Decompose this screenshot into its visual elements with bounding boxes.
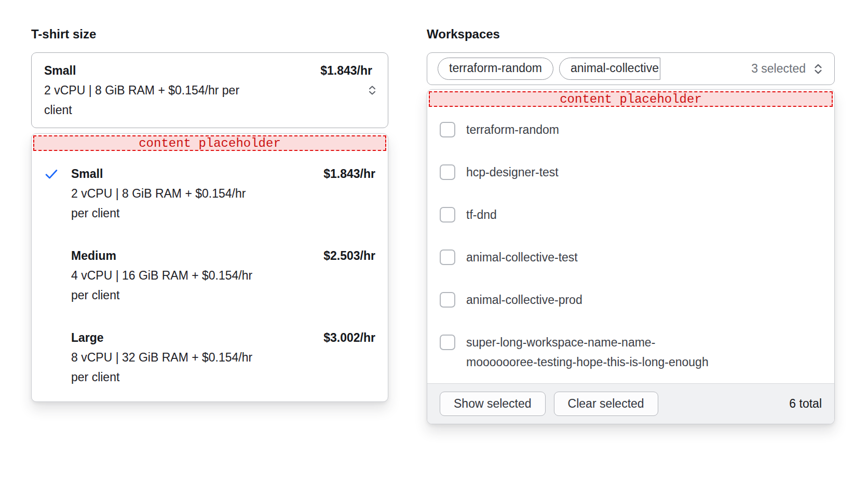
size-option-large[interactable]: Large $3.002/hr 8 vCPU | 32 GiB RAM + $0… (32, 316, 388, 398)
workspaces-dropdown: content placeholder terraform-random hcp… (427, 89, 835, 424)
option-title: Small (71, 164, 103, 184)
workspaces-field: Workspaces terraform-random animal-colle… (427, 27, 835, 424)
workspaces-list: terraform-random hcp-designer-test tf-dn… (427, 108, 834, 383)
check-column (44, 164, 71, 223)
content-placeholder: content placeholder (33, 135, 386, 151)
selected-pill-terraform-random[interactable]: terraform-random (438, 58, 553, 80)
workspace-name: animal-collective-prod (466, 290, 582, 310)
clear-selected-button[interactable]: Clear selected (554, 392, 658, 416)
workspaces-footer: Show selected Clear selected 6 total (427, 383, 834, 424)
trigger-selected-title: Small (44, 61, 76, 80)
option-price: $2.503/hr (323, 246, 375, 266)
caret-up-down-icon (366, 84, 378, 96)
workspaces-label: Workspaces (427, 27, 835, 41)
check-icon (44, 167, 59, 182)
option-price: $3.002/hr (323, 328, 375, 348)
workspaces-multiselect-trigger[interactable]: terraform-random animal-collective 3 sel… (427, 52, 835, 85)
trigger-selected-price: $1.843/hr (320, 61, 372, 80)
workspace-option[interactable]: tf-dnd (440, 193, 822, 236)
workspace-checkbox[interactable] (440, 164, 455, 180)
workspace-name: tf-dnd (466, 205, 497, 225)
size-option-medium[interactable]: Medium $2.503/hr 4 vCPU | 16 GiB RAM + $… (32, 234, 388, 316)
workspace-checkbox[interactable] (440, 335, 455, 350)
tshirt-size-dropdown: content placeholder Small $1.843/hr 2 vC… (31, 133, 388, 402)
option-title: Medium (71, 246, 116, 266)
workspace-option[interactable]: animal-collective-test (440, 236, 822, 279)
option-body: Small $1.843/hr 2 vCPU | 8 GiB RAM + $0.… (71, 164, 375, 223)
workspace-checkbox[interactable] (440, 207, 455, 223)
check-column (44, 328, 71, 387)
option-body: Medium $2.503/hr 4 vCPU | 16 GiB RAM + $… (71, 246, 375, 305)
option-description: 4 vCPU | 16 GiB RAM + $0.154/hr per clie… (71, 266, 253, 305)
check-column (44, 246, 71, 305)
trigger-title-row: Small $1.843/hr (44, 61, 359, 80)
size-option-small[interactable]: Small $1.843/hr 2 vCPU | 8 GiB RAM + $0.… (32, 152, 388, 234)
workspace-checkbox[interactable] (440, 122, 455, 137)
tshirt-size-field: T-shirt size Small $1.843/hr 2 vCPU | 8 … (31, 27, 388, 402)
workspace-option[interactable]: hcp-designer-test (440, 151, 822, 193)
workspace-checkbox[interactable] (440, 249, 455, 265)
workspace-name: terraform-random (466, 120, 559, 140)
option-title: Large (71, 328, 104, 348)
workspace-option[interactable]: terraform-random (440, 108, 822, 151)
workspace-checkbox[interactable] (440, 292, 455, 308)
total-count: 6 total (789, 397, 822, 411)
tshirt-size-select-trigger[interactable]: Small $1.843/hr 2 vCPU | 8 GiB RAM + $0.… (31, 52, 388, 128)
workspace-name-line-2: mooooooree-testing-hope-this-is-long-eno… (466, 352, 709, 372)
workspace-option[interactable]: super-long-workspace-name-name- moooooor… (440, 321, 822, 383)
option-body: Large $3.002/hr 8 vCPU | 32 GiB RAM + $0… (71, 328, 375, 387)
content-placeholder: content placeholder (429, 91, 833, 107)
option-description: 8 vCPU | 32 GiB RAM + $0.154/hr per clie… (71, 348, 253, 387)
workspace-name: super-long-workspace-name-name- moooooor… (466, 332, 709, 372)
trigger-selected-description: 2 vCPU | 8 GiB RAM + $0.154/hr per clien… (44, 80, 252, 120)
workspace-name-line-1: super-long-workspace-name-name- (466, 332, 709, 352)
workspace-name: hcp-designer-test (466, 162, 559, 182)
caret-up-down-icon (811, 62, 825, 76)
show-selected-button[interactable]: Show selected (440, 392, 546, 416)
option-price: $1.843/hr (323, 164, 375, 184)
selected-count: 3 selected (751, 62, 806, 76)
selected-pill-animal-collective[interactable]: animal-collective (559, 58, 660, 80)
tshirt-size-label: T-shirt size (31, 27, 388, 41)
option-description: 2 vCPU | 8 GiB RAM + $0.154/hr per clien… (71, 184, 253, 223)
workspace-option[interactable]: animal-collective-prod (440, 279, 822, 321)
workspace-name: animal-collective-test (466, 247, 578, 267)
